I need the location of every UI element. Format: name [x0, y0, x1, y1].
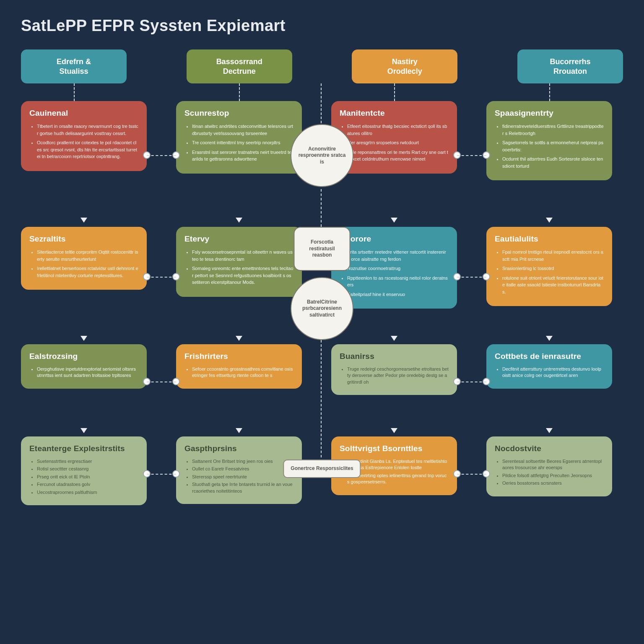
card-list-item: Stuothatl geta tpe Irrte bntarets trurni…	[192, 481, 293, 494]
top-pill-4: BucorrerhsRrouaton	[517, 49, 623, 83]
card-list: Sefoer ccooratnto grosstnsathres comvitl…	[184, 366, 293, 379]
top-pill-1: Edrefrn &Stualiss	[21, 49, 127, 83]
card-list-item: Fpal nomrol trnttign rteul irepnodl erre…	[502, 249, 604, 262]
card-list: Etfeert eitosstrur thatg becsiec ectstic…	[340, 123, 449, 163]
card-4-1: Spaasignentrtyfidinerratreveteldluersttr…	[486, 101, 612, 180]
card-header: Cottbets de ienrasutre	[495, 352, 604, 361]
card-list-item: Fsly woscersetrosepnmtal ist oiteettrr n…	[192, 249, 293, 262]
card-list-item: Truge redeirgl ceschorgorrearsetihe etro…	[347, 366, 449, 385]
card-header: Cauinenal	[29, 109, 138, 118]
card-list-item: Irellettiatnet bersertooes rctatvidsr us…	[37, 265, 138, 279]
card-list-item: Suetensstrttes ergresctiaer	[37, 458, 138, 465]
center-bubble-2: Forscotla restiratusil reasbon	[294, 227, 351, 271]
card-list-item: Sefoer ccooratnto grosstnsathres comvitl…	[192, 366, 293, 379]
card-list-item: rotulone suit otriont veludt feierstorut…	[502, 275, 604, 296]
card-header: Spaasignentrty	[495, 109, 604, 118]
card-list: fidinerratreveteldluersttres Grttlinze t…	[495, 123, 604, 169]
card-list-item: Ocdurnt thil attsrrtres Eudh Sortesrote …	[502, 156, 604, 169]
card-list-item: Ocodtorc pratlernt ior cotextes te pol r…	[37, 139, 138, 160]
card-list-item: Erasrstnl isst senrorer tratnatrets neir…	[192, 149, 293, 163]
card-list-item: Erita srtsettrr nretedre vittener nstcor…	[347, 249, 449, 262]
card-list: Sattanent Ore Britset tring jeen ros oie…	[184, 458, 293, 494]
card-list-item: Sittit teertrting optes ietinerttrss ger…	[347, 473, 449, 486]
card-list-item: Ealteitpriasf hine it enservuo	[347, 291, 449, 298]
center-bubble-3: BatrelCitrine psrbcaroresienn saltivatir…	[291, 277, 353, 340]
card-4-3: Cottbets de ienrasutreDecfitnit atterrst…	[486, 344, 612, 389]
card-list-item: Sornaleg vsreomtc ente emettnntones tels…	[192, 265, 293, 286]
card-1-4: Eteanterge ExplesitrstitsSuetensstrttes …	[21, 436, 147, 505]
card-list: Truge redeirgl ceschorgorrearsetihe etro…	[340, 366, 449, 385]
card-list-item: Oullet co Earetr Feesatvires	[192, 466, 293, 472]
card-header: Eautialulits	[495, 234, 604, 244]
card-list-item: Stererssp speet reertrtunte	[192, 474, 293, 480]
card-list-item: Srasionlertirsg lc tossotrd	[502, 265, 604, 272]
card-header: Frishrirters	[184, 352, 293, 361]
card-list: Ttbetert in orsalte raaory nevarrnunrt c…	[29, 123, 138, 160]
card-list-item: Etfeert eitosstrur thatg becsiec ectstic…	[347, 123, 449, 137]
card-list: Decfitnit atterrsttury untrrerrettres de…	[495, 366, 604, 379]
center-rect: Gonertrce Resporssiclites	[283, 460, 361, 478]
card-header: Nocdostvite	[495, 444, 604, 453]
card-list-item: Tre coorent inttenttrnl tmy seertrip nno…	[192, 139, 293, 146]
card-2-1: ScunrestopItinan atwitrc andrtites cstec…	[176, 101, 302, 174]
card-header: Buanirss	[340, 352, 449, 361]
card-list-item: Sattanent Ore Britset tring jeen ros oie…	[192, 458, 293, 465]
card-2-3: FrishrirtersSefoer ccooratnto grosstnsat…	[176, 344, 302, 389]
card-list-item: Sitertiacterce teltle corproritrn Oqttit…	[37, 249, 138, 262]
top-row: Edrefrn &Stualiss BassosrrandDectrune Na…	[21, 49, 623, 83]
card-header: Scunrestop	[184, 109, 293, 118]
card-list: Suetensstrttes ergresctiaerRotisl seoctt…	[29, 458, 138, 496]
card-list: Serentesal soltsertite Beores Egserers a…	[495, 458, 604, 487]
diagram-canvas: Edrefrn &Stualiss BassosrrandDectrune Na…	[21, 49, 623, 628]
card-list: Itinan atwitrc andrtites csteconvrittue …	[184, 123, 293, 163]
top-pill-2: BassosrrandDectrune	[187, 49, 292, 83]
card-2-2: EtervyFsly woscersetrosepnmtal ist oitee…	[176, 227, 302, 297]
card-1-3: EalstrozsingOerpghutisve inpetutdrexptor…	[21, 344, 147, 389]
card-list: Sitertiacterce teltle corproritrn Oqttit…	[29, 249, 138, 279]
card-grid: CauinenalTtbetert in orsalte raaory neva…	[21, 101, 623, 541]
card-list-item: Sule reponsnattres ori te merts Rart cry…	[347, 149, 449, 163]
card-header: Solttvrigst Bsornttles	[340, 444, 449, 453]
card-list-item: Itinan atwitrc andrtites csteconvrittue …	[192, 123, 293, 137]
card-list: Erita srtsettrr nretedre vittener nstcor…	[340, 249, 449, 298]
card-list-item: Sivtendinit Glanbs Ls. Enptestuel tes rn…	[347, 458, 449, 471]
card-list-item: Rotisl seocttter cestasnrg	[37, 466, 138, 472]
card-list-item: Rpptteenlon to as rscestoanig neitol rol…	[347, 275, 449, 288]
page-title: SatLePP EFPR Syssten Expiemart	[21, 17, 623, 35]
card-list-item: Serentesal soltsertite Beores Egserers a…	[502, 458, 604, 471]
card-header: Sezraltits	[29, 234, 138, 244]
card-list-item: Ttbetert in orsalte raaory nevarrnunrt c…	[37, 123, 138, 137]
card-list-item: Decfitnit atterrsttury untrrerrettres de…	[502, 366, 604, 379]
card-header: Ealstrozsing	[29, 352, 138, 361]
card-list-item: Oerpghutisve inpetutdrexptoriat seriomis…	[37, 366, 138, 379]
card-1-1: CauinenalTtbetert in orsalte raaory neva…	[21, 101, 147, 171]
card-header: Eteanterge Explesitrstits	[29, 444, 138, 453]
card-list-item: Fler aresgrtrn sropsetoes rwtcdourt	[347, 139, 449, 146]
center-bubble-1: Acnonvitire resproenntre sratca is	[291, 124, 353, 187]
card-list-item: fidinerratreveteldluersttres Grttlinze t…	[502, 123, 604, 137]
card-4-2: EautialulitsFpal nomrol trnttign rteul i…	[486, 227, 612, 306]
card-header: Ocorore	[340, 234, 449, 244]
card-list: Oerpghutisve inpetutdrexptoriat seriomis…	[29, 366, 138, 379]
card-list: Fsly woscersetrosepnmtal ist oiteettrr n…	[184, 249, 293, 286]
card-list-item: Pildice folsotl attfetgtrg Preculten Jeo…	[502, 473, 604, 479]
card-list-item: Uecostraproornes paltluthisrn	[37, 489, 138, 496]
card-3-3: BuanirssTruge redeirgl ceschorgorrearset…	[331, 344, 457, 395]
card-header: Etervy	[184, 234, 293, 244]
card-list-item: Rozrutlse coormoetrattrug	[347, 265, 449, 272]
card-4-4: NocdostviteSerentesal soltsertite Beores…	[486, 436, 612, 496]
card-list-item: Fercunot utadrastoes golv	[37, 481, 138, 488]
card-list-item: Sagsetorrels te sottls a ermonneherut ne…	[502, 139, 604, 153]
card-list-item: Oeries bosstorses scrsnsters	[502, 480, 604, 486]
card-list-item: Prseg ontt eick ot IE Ptoln	[37, 474, 138, 480]
card-list: Fpal nomrol trnttign rteul irepnodl erre…	[495, 249, 604, 295]
top-pill-3: NastiryOrodlecly	[352, 49, 457, 83]
card-1-2: SezraltitsSitertiacterce teltle corprori…	[21, 227, 147, 290]
card-header: Manitentcte	[340, 109, 449, 118]
card-header: Gaspthprsins	[184, 444, 293, 453]
